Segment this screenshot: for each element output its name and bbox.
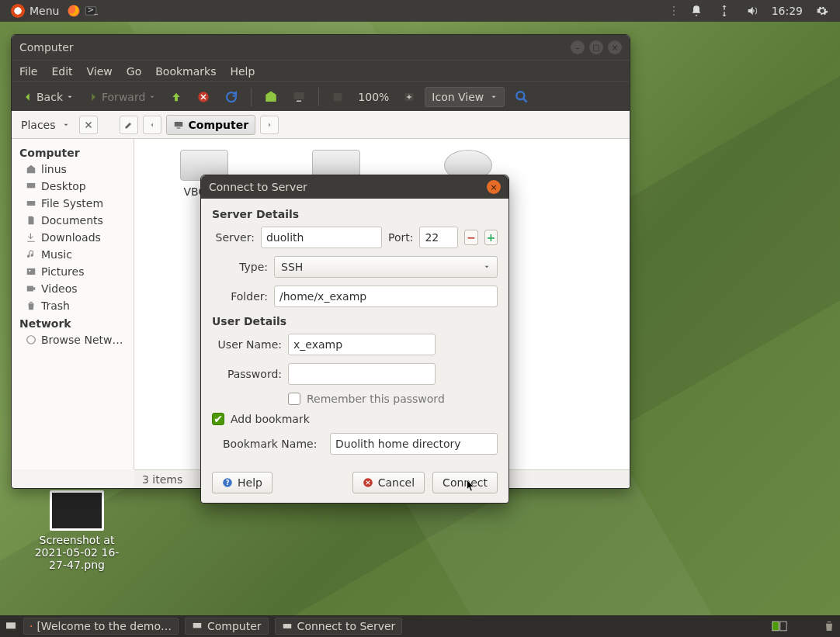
svg-point-19 xyxy=(27,336,36,344)
search-button[interactable] xyxy=(509,86,534,108)
server-label: Server: xyxy=(212,231,255,244)
view-mode-select[interactable]: Icon View xyxy=(425,87,505,107)
svg-point-4 xyxy=(673,10,675,12)
help-button[interactable]: ? Help xyxy=(212,472,272,493)
menu-bookmarks[interactable]: Bookmarks xyxy=(155,65,216,78)
sidebar-item-videos[interactable]: Videos xyxy=(12,280,134,297)
cancel-button[interactable]: Cancel xyxy=(352,472,425,493)
svg-rect-7 xyxy=(294,92,305,99)
sidebar-item-documents[interactable]: Documents xyxy=(12,212,134,229)
svg-point-5 xyxy=(673,14,675,16)
file-thumbnail-icon xyxy=(50,490,104,531)
fm-sidebar: Computer linus Desktop File System Docum… xyxy=(12,139,134,469)
menu-view[interactable]: View xyxy=(87,65,113,78)
port-increment-button[interactable]: + xyxy=(484,230,498,245)
svg-rect-27 xyxy=(772,621,779,631)
type-label: Type: xyxy=(212,261,268,273)
connect-to-server-dialog: Connect to Server × Server Details Serve… xyxy=(200,175,509,504)
sidebar-head-network: Network xyxy=(12,314,134,331)
sidebar-item-home[interactable]: linus xyxy=(12,161,134,178)
up-button[interactable] xyxy=(165,86,187,108)
dialog-close-button[interactable]: × xyxy=(487,180,501,194)
svg-rect-14 xyxy=(27,183,36,188)
sidebar-item-desktop[interactable]: Desktop xyxy=(12,178,134,195)
svg-point-17 xyxy=(29,270,30,272)
clock[interactable]: 16:29 xyxy=(772,5,803,17)
sidebar-item-music[interactable]: Music xyxy=(12,246,134,263)
svg-rect-16 xyxy=(27,268,36,275)
server-input[interactable] xyxy=(261,227,382,248)
menu-button[interactable]: Menu xyxy=(5,4,65,18)
menu-go[interactable]: Go xyxy=(127,65,141,78)
maximize-button[interactable]: □ xyxy=(589,40,603,54)
password-input[interactable] xyxy=(288,363,436,385)
svg-rect-8 xyxy=(297,100,301,102)
sidebar-item-pictures[interactable]: Pictures xyxy=(12,263,134,280)
network-icon[interactable] xyxy=(716,2,733,19)
sidebar-item-filesystem[interactable]: File System xyxy=(12,195,134,212)
zoom-level: 100% xyxy=(353,91,394,103)
bookmark-name-label: Bookmark Name: xyxy=(223,438,324,450)
svg-point-3 xyxy=(673,6,675,8)
sidebar-item-trash[interactable]: Trash xyxy=(12,297,134,314)
trash-icon[interactable] xyxy=(823,620,835,632)
menu-edit[interactable]: Edit xyxy=(51,65,72,78)
port-label: Port: xyxy=(388,231,413,244)
port-decrement-button[interactable]: − xyxy=(464,230,477,245)
taskbar-item-computer[interactable]: Computer xyxy=(185,618,269,635)
close-button[interactable]: × xyxy=(608,40,622,54)
svg-rect-28 xyxy=(780,621,786,631)
computer-button[interactable] xyxy=(287,86,311,108)
sidebar-item-browse-network[interactable]: Browse Netw… xyxy=(12,331,134,348)
dialog-titlebar[interactable]: Connect to Server × xyxy=(201,175,509,199)
stop-button[interactable] xyxy=(192,86,215,108)
breadcrumb-computer[interactable]: Computer xyxy=(166,115,256,135)
sidebar-item-downloads[interactable]: Downloads xyxy=(12,229,134,246)
volume-icon[interactable] xyxy=(744,2,761,19)
taskbar-item-connect[interactable]: Connect to Server xyxy=(275,618,403,635)
minimize-button[interactable]: – xyxy=(571,40,585,54)
svg-rect-26 xyxy=(283,624,291,628)
nav-prev-button[interactable] xyxy=(143,116,161,134)
connect-button[interactable]: Connect xyxy=(432,472,498,493)
places-dropdown[interactable]: Places xyxy=(16,119,75,131)
fm-titlebar[interactable]: Computer – □ × xyxy=(12,35,630,60)
reload-button[interactable] xyxy=(220,86,243,108)
type-select[interactable]: SSH xyxy=(274,256,498,278)
terminal-launcher[interactable]: >_ xyxy=(82,2,99,19)
zoom-in-button[interactable] xyxy=(398,86,420,108)
bookmark-name-input[interactable] xyxy=(330,433,498,455)
menu-help[interactable]: Help xyxy=(230,65,255,78)
home-button[interactable] xyxy=(259,86,283,108)
close-places-button[interactable] xyxy=(79,116,98,134)
svg-rect-9 xyxy=(334,92,342,101)
help-icon: ? xyxy=(222,477,233,488)
show-desktop-button[interactable] xyxy=(5,620,17,632)
notifications-icon[interactable] xyxy=(688,2,705,19)
svg-text:>_: >_ xyxy=(88,5,99,15)
nav-next-button[interactable] xyxy=(260,116,279,134)
username-input[interactable] xyxy=(288,334,436,355)
port-input[interactable] xyxy=(419,227,458,248)
workspace-switcher[interactable] xyxy=(772,621,787,632)
settings-gear-icon[interactable] xyxy=(814,2,831,19)
chevron-down-icon xyxy=(66,93,74,101)
desktop-file-screenshot[interactable]: Screenshot at 2021-05-02 16-27-47.png xyxy=(26,490,127,571)
cancel-icon xyxy=(363,477,373,488)
taskbar-item-firefox[interactable]: [Welcome to the demo… xyxy=(23,618,179,635)
edit-location-button[interactable] xyxy=(120,116,138,134)
chevron-down-icon xyxy=(483,263,491,271)
menu-file[interactable]: File xyxy=(19,65,37,78)
zoom-reset-button[interactable] xyxy=(327,86,349,108)
menu-label: Menu xyxy=(30,5,59,17)
firefox-launcher[interactable] xyxy=(65,2,82,19)
forward-button[interactable]: Forward xyxy=(83,86,161,108)
add-bookmark-checkbox[interactable]: ✔ xyxy=(212,413,224,425)
dialog-title: Connect to Server xyxy=(209,181,487,193)
back-button[interactable]: Back xyxy=(18,86,78,108)
remember-password-checkbox[interactable] xyxy=(288,393,300,405)
svg-rect-23 xyxy=(6,622,16,628)
folder-input[interactable] xyxy=(274,286,498,307)
svg-rect-13 xyxy=(176,127,180,128)
sidebar-head-computer: Computer xyxy=(12,144,134,161)
